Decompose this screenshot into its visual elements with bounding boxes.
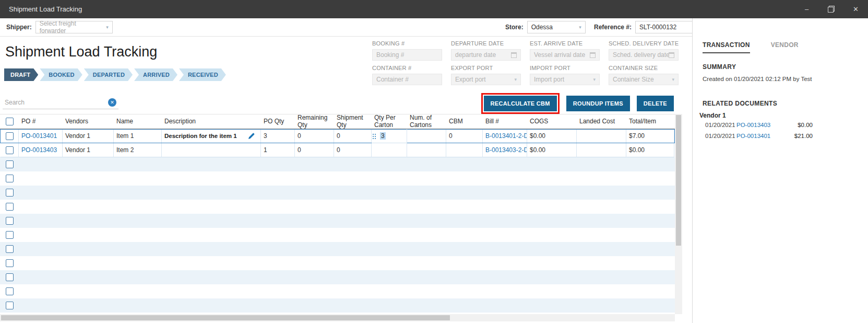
step-booked[interactable]: BOOKED (40, 68, 82, 81)
sched-delivery-date-label: SCHED. DELIVERY DATE (609, 40, 687, 47)
booking-field-box (372, 49, 442, 61)
table-row-empty[interactable] (0, 242, 675, 256)
row-checkbox[interactable] (6, 132, 14, 140)
table-row-empty[interactable] (0, 157, 675, 171)
horizontal-scrollbar[interactable] (0, 314, 675, 321)
po-link[interactable]: PO-0013401 (21, 132, 57, 140)
export-port-input[interactable] (455, 76, 511, 83)
step-received[interactable]: RECEIVED (179, 68, 226, 81)
close-button[interactable]: ✕ (843, 0, 868, 18)
minimize-icon: – (805, 5, 808, 13)
document-date: 01/20/2021 (705, 122, 736, 128)
table-row-empty[interactable] (0, 200, 675, 214)
row-checkbox[interactable] (6, 175, 14, 182)
container-size-label: CONTAINER SIZE (609, 65, 687, 71)
shipper-select[interactable]: Select freight forwarder ▾ (35, 21, 113, 33)
row-checkbox[interactable] (6, 302, 14, 309)
qty-per-carton-value[interactable]: 3 (380, 132, 386, 140)
cell-num-cartons[interactable] (407, 143, 446, 157)
departure-date-input[interactable] (455, 51, 511, 59)
row-checkbox[interactable] (6, 217, 14, 225)
select-all-checkbox[interactable] (6, 118, 14, 125)
po-link[interactable]: PO-0013403 (21, 146, 57, 154)
export-port-select[interactable]: ▾ (451, 74, 521, 85)
cell-description[interactable] (162, 143, 261, 157)
roundup-items-button[interactable]: ROUNDUP ITEMS (566, 96, 630, 111)
import-port-input[interactable] (534, 76, 590, 83)
store-select[interactable]: Odessa ▾ (527, 21, 586, 33)
table-row-empty[interactable] (0, 214, 675, 228)
search-input[interactable] (5, 99, 108, 106)
est-arrive-date-input[interactable] (534, 51, 590, 59)
calendar-icon[interactable] (669, 52, 674, 58)
row-checkbox[interactable] (6, 259, 14, 267)
table-row-empty[interactable] (0, 270, 675, 284)
row-checkbox[interactable] (6, 287, 14, 295)
container-size-input[interactable] (613, 76, 669, 83)
cell-po-qty[interactable]: 3 (261, 129, 295, 143)
horizontal-scrollbar-thumb[interactable] (1, 315, 450, 320)
step-draft[interactable]: DRAFT (4, 68, 38, 81)
document-amount: $0.00 (798, 122, 813, 128)
empty-rows (0, 157, 675, 313)
edit-description-icon[interactable] (248, 133, 255, 140)
cell-total-item: $7.00 (626, 129, 674, 143)
cell-po-qty[interactable]: 1 (261, 143, 295, 157)
window-title: Shipment Load Tracking (9, 5, 82, 13)
store-label: Store: (505, 24, 524, 31)
app-window: Shipment Load Tracking – ✕ Shipper: Sele… (0, 0, 868, 323)
close-icon: ✕ (853, 5, 859, 13)
reference-input[interactable] (639, 24, 689, 31)
table-row-empty[interactable] (0, 186, 675, 200)
row-checkbox[interactable] (6, 231, 14, 239)
bill-link[interactable]: B-0013403-2-D (485, 146, 527, 154)
chevron-down-icon: ▾ (103, 25, 109, 30)
drag-handle-icon[interactable] (373, 134, 374, 135)
table-row-empty[interactable] (0, 256, 675, 270)
table-row-empty[interactable] (0, 298, 675, 313)
tab-vendor[interactable]: VENDOR (771, 41, 799, 53)
document-link[interactable]: PO-0013401 (736, 133, 770, 139)
row-checkbox[interactable] (6, 245, 14, 253)
container-number-input[interactable] (376, 76, 438, 83)
vertical-scrollbar[interactable] (675, 114, 682, 314)
table-row-empty[interactable] (0, 284, 675, 298)
clear-search-button[interactable]: ✕ (108, 98, 116, 107)
cell-shipment-qty[interactable]: 0 (334, 129, 372, 143)
table-row[interactable]: PO-0013401 Vendor 1 Item 1 Description f… (0, 129, 675, 143)
step-arrived[interactable]: ARRIVED (134, 68, 177, 81)
cell-qty-per-carton[interactable] (372, 143, 407, 157)
row-checkbox[interactable] (6, 189, 14, 197)
cell-qty-per-carton[interactable]: 3 (372, 129, 407, 143)
departure-date-label: DEPARTURE DATE (451, 40, 530, 47)
sched-delivery-date-input[interactable] (613, 51, 669, 59)
minimize-button[interactable]: – (794, 0, 819, 18)
vertical-scrollbar-thumb[interactable] (676, 115, 681, 246)
calendar-icon[interactable] (511, 52, 517, 58)
document-link[interactable]: PO-0013403 (736, 122, 770, 128)
row-checkbox[interactable] (6, 203, 14, 211)
table-row-empty[interactable] (0, 228, 675, 242)
maximize-button[interactable] (819, 0, 843, 18)
recalculate-cbm-button[interactable]: RECALCULATE CBM (484, 96, 557, 111)
cell-shipment-qty[interactable]: 0 (334, 143, 372, 157)
cell-name: Item 2 (114, 143, 162, 157)
cell-name: Item 1 (114, 129, 162, 143)
table-row[interactable]: PO-0013403 Vendor 1 Item 2 1 0 0 B-00134… (0, 143, 675, 157)
calendar-icon[interactable] (590, 52, 596, 58)
row-checkbox[interactable] (6, 273, 14, 281)
booking-input[interactable] (376, 51, 438, 59)
step-departed[interactable]: DEPARTED (84, 68, 133, 81)
cell-num-cartons[interactable] (407, 129, 446, 143)
table-row-empty[interactable] (0, 171, 675, 186)
import-port-select[interactable]: ▾ (530, 74, 600, 85)
related-document-row: 01/20/2021 PO-0013403 $0.00 (705, 122, 813, 128)
summary-heading: SUMMARY (703, 63, 736, 71)
row-checkbox[interactable] (6, 160, 14, 168)
tab-transaction[interactable]: TRANSACTION (703, 41, 750, 53)
container-size-select[interactable]: ▾ (609, 74, 679, 85)
bill-link[interactable]: B-0013401-2-D (485, 132, 527, 140)
cell-cogs: $0.00 (527, 143, 577, 157)
row-checkbox[interactable] (6, 146, 14, 154)
delete-button[interactable]: DELETE (637, 96, 674, 111)
